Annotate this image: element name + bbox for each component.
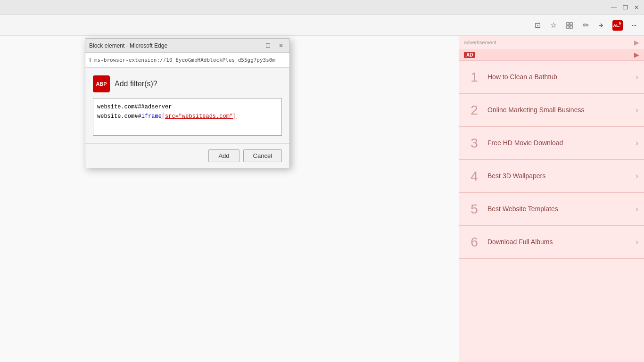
ad-item-text-5: Best Website Templates [484, 205, 636, 214]
ad-item-5[interactable]: 5 Best Website Templates › [459, 193, 644, 226]
dialog-titlebar: Block element - Microsoft Edge — ☐ ✕ [85, 39, 289, 53]
abp-logo: ABP [93, 75, 110, 92]
dialog-maximize-button[interactable]: ☐ [263, 41, 272, 50]
dialog-addressbar: ℹ ms-browser-extension://10_EyeoGmbHAdbl… [85, 53, 289, 68]
ad-item-number-2: 2 [465, 103, 484, 118]
ad-item-text-3: Free HD Movie Download [484, 139, 636, 148]
svg-rect-1 [570, 23, 572, 25]
ad-item-number-4: 4 [465, 169, 484, 184]
dialog-title: Block element - Microsoft Edge [89, 42, 246, 49]
ad-chevron-2: › [636, 105, 638, 115]
ad-header: advertisement ▶ [459, 36, 644, 49]
ad-item-number-5: 5 [465, 202, 484, 217]
ad-badge: AD [464, 52, 475, 58]
ad-chevron-4: › [636, 171, 638, 181]
more-options-icon[interactable]: ··· [627, 19, 640, 32]
abp-extension-icon[interactable]: ABP 6 [611, 19, 624, 32]
collections-icon[interactable] [563, 19, 576, 32]
dialog-close-button[interactable]: ✕ [276, 41, 286, 50]
info-icon: ℹ [89, 57, 91, 64]
svg-rect-0 [567, 23, 569, 25]
filter-line2-domain: website.com## [97, 113, 141, 120]
ad-item-2[interactable]: 2 Online Marketing Small Business › [459, 94, 644, 127]
maximize-button[interactable]: ❐ [621, 4, 629, 11]
ad-item-3[interactable]: 3 Free HD Movie Download › [459, 127, 644, 160]
dialog-minimize-button[interactable]: — [250, 41, 259, 50]
block-element-dialog: Block element - Microsoft Edge — ☐ ✕ ℹ m… [85, 38, 290, 168]
dialog-header-row: ABP Add filter(s)? [93, 75, 282, 92]
browser-content: Block element - Microsoft Edge — ☐ ✕ ℹ m… [0, 36, 644, 362]
pen-icon[interactable]: ✏ [579, 19, 592, 32]
svg-rect-3 [570, 26, 572, 28]
ad-chevron-6: › [636, 237, 638, 247]
dialog-address-text: ms-browser-extension://10_EyeoGmbHAdbloc… [94, 57, 275, 63]
filter-line2-iframe-tag: iframe [141, 113, 162, 120]
advertisement-label: advertisement [464, 40, 496, 45]
filter-line-1: website.com###adserver [97, 104, 172, 110]
ad-item-text-2: Online Marketing Small Business [484, 106, 636, 115]
ad-arrow-icon: ▶ [634, 51, 639, 58]
filter-line1-prefix: website.com###adserver [97, 104, 172, 110]
ad-item-number-6: 6 [465, 235, 484, 250]
ad-settings-icon[interactable]: ▶ [634, 39, 639, 46]
minimize-button[interactable]: — [610, 4, 618, 11]
abp-badge: 6 [617, 20, 623, 26]
dialog-footer: Add Cancel [85, 143, 289, 168]
filter-line-2: website.com##iframe[src="websiteads.com"… [97, 113, 236, 120]
ad-sidebar: advertisement ▶ AD ▶ 1 How to Clean a Ba… [459, 36, 644, 362]
split-view-icon[interactable]: ⊡ [531, 19, 544, 32]
ad-item-6[interactable]: 6 Download Full Albums › [459, 226, 644, 259]
browser-titlebar: — ❐ ✕ [0, 0, 644, 15]
ad-item-number-1: 1 [465, 70, 484, 85]
cancel-button[interactable]: Cancel [243, 149, 282, 162]
ad-item-text-1: How to Clean a Bathtub [484, 73, 636, 82]
ad-item-text-4: Best 3D Wallpapers [484, 172, 636, 181]
main-content-area: Block element - Microsoft Edge — ☐ ✕ ℹ m… [0, 36, 459, 362]
svg-rect-2 [567, 26, 569, 28]
filter-line2-attr: [src="websiteads.com"] [162, 113, 236, 120]
ad-item-4[interactable]: 4 Best 3D Wallpapers › [459, 160, 644, 193]
dialog-body: ABP Add filter(s)? website.com###adserve… [85, 68, 289, 143]
favorites-icon[interactable]: ☆ [547, 19, 560, 32]
ad-item-text-6: Download Full Albums [484, 238, 636, 247]
close-button[interactable]: ✕ [633, 4, 640, 11]
ad-item-1[interactable]: 1 How to Clean a Bathtub › [459, 61, 644, 94]
ad-chevron-5: › [636, 204, 638, 214]
share-icon[interactable] [595, 19, 608, 32]
ad-chevron-1: › [636, 72, 638, 82]
ad-chevron-3: › [636, 138, 638, 148]
filter-display: website.com###adserver website.com##ifra… [93, 98, 282, 136]
ad-top-bar: AD ▶ [459, 49, 644, 61]
ad-item-number-3: 3 [465, 136, 484, 151]
add-filter-button[interactable]: Add [208, 149, 239, 162]
dialog-heading: Add filter(s)? [115, 80, 157, 88]
browser-toolbar: ⊡ ☆ ✏ ABP 6 ··· [0, 15, 644, 36]
